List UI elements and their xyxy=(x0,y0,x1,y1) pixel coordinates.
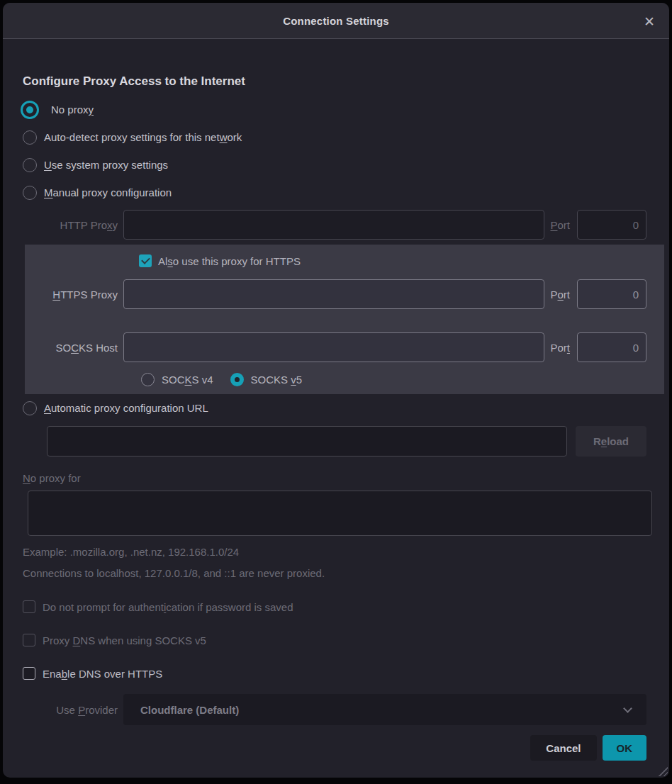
reload-button[interactable]: Reload xyxy=(576,426,646,457)
radio-icon[interactable] xyxy=(23,130,37,145)
resize-grip[interactable] xyxy=(657,766,668,776)
radio-label: Automatic proxy configuration URL xyxy=(44,402,208,414)
auto-url-row: Reload xyxy=(47,426,646,457)
socks-port-input[interactable] xyxy=(577,332,646,362)
cancel-button[interactable]: Cancel xyxy=(530,735,596,761)
radio-option-no-proxy[interactable]: No proxy xyxy=(23,96,669,123)
radio-icon[interactable] xyxy=(23,186,37,200)
no-proxy-note-text: Connections to localhost, 127.0.0.1/8, a… xyxy=(23,567,669,579)
checkbox-row-enable-doh[interactable]: Enable DNS over HTTPS xyxy=(23,663,669,684)
socks-host-row: SOCKS Host Port xyxy=(23,332,646,362)
radio-option-auto-url[interactable]: Automatic proxy configuration URL xyxy=(23,394,669,422)
radio-icon-selected[interactable] xyxy=(21,101,39,119)
socks-port-label: Port xyxy=(550,342,570,354)
radio-option-system-proxy[interactable]: Use system proxy settings xyxy=(23,151,669,179)
radio-label-socks-v5: SOCKS v5 xyxy=(251,374,303,386)
ok-button[interactable]: OK xyxy=(603,735,647,761)
radio-label: No proxy xyxy=(51,103,94,116)
radio-socks-v5-selected[interactable] xyxy=(230,373,244,386)
close-button[interactable]: ✕ xyxy=(639,11,659,31)
no-proxy-example-text: Example: .mozilla.org, .net.nz, 192.168.… xyxy=(23,546,669,558)
https-port-input[interactable] xyxy=(577,279,646,309)
use-provider-label: Use Provider xyxy=(23,704,118,716)
checkbox-row-proxy-dns-socks5[interactable]: Proxy DNS when using SOCKS v5 xyxy=(23,629,669,651)
radio-option-auto-detect[interactable]: Auto-detect proxy settings for this netw… xyxy=(23,123,669,151)
radio-socks-v4[interactable] xyxy=(141,373,155,386)
doh-provider-select[interactable]: Cloudflare (Default) xyxy=(123,694,646,725)
https-proxy-input[interactable] xyxy=(123,279,544,309)
no-proxy-for-label: No proxy for xyxy=(23,472,669,484)
checkbox-unchecked-icon[interactable] xyxy=(23,600,35,613)
dialog-body: Configure Proxy Access to the Internet N… xyxy=(3,39,669,761)
chevron-down-icon xyxy=(623,704,632,713)
doh-provider-row: Use Provider Cloudflare (Default) xyxy=(23,694,646,725)
socks-version-row: SOCKS v4 SOCKS v5 xyxy=(141,371,664,388)
page-title: Configure Proxy Access to the Internet xyxy=(23,74,669,89)
share-proxy-checkbox-row[interactable]: Also use this proxy for HTTPS xyxy=(139,250,664,271)
checkbox-unchecked-icon[interactable] xyxy=(23,634,35,646)
socks-host-label: SOCKS Host xyxy=(23,342,118,354)
http-proxy-row: HTTP Proxy Port xyxy=(23,210,646,240)
checkbox-checked-icon[interactable] xyxy=(139,254,152,267)
radio-icon[interactable] xyxy=(23,401,37,415)
https-proxy-label: HTTPS Proxy xyxy=(23,289,118,301)
checkbox-label: Proxy DNS when using SOCKS v5 xyxy=(43,634,206,646)
dialog-footer: Cancel OK xyxy=(3,735,646,761)
http-proxy-label: HTTP Proxy xyxy=(23,219,118,231)
dialog-title: Connection Settings xyxy=(283,15,389,27)
radio-label: Manual proxy configuration xyxy=(44,186,172,198)
close-icon: ✕ xyxy=(644,13,655,30)
checkbox-row-no-auth-prompt[interactable]: Do not prompt for authentication if pass… xyxy=(23,596,669,617)
selected-provider-value: Cloudflare (Default) xyxy=(140,704,239,716)
no-proxy-for-textarea[interactable] xyxy=(28,491,652,536)
radio-option-manual-proxy[interactable]: Manual proxy configuration xyxy=(23,179,669,206)
https-proxy-row: HTTPS Proxy Port xyxy=(23,279,646,309)
http-proxy-input[interactable] xyxy=(123,210,544,240)
http-port-input[interactable] xyxy=(577,210,646,240)
https-port-label: Port xyxy=(550,289,570,301)
checkbox-label: Also use this proxy for HTTPS xyxy=(158,255,301,267)
title-bar: Connection Settings ✕ xyxy=(3,3,669,39)
checkbox-unchecked-icon[interactable] xyxy=(23,667,35,680)
radio-label-socks-v4: SOCKS v4 xyxy=(162,374,213,386)
http-port-label: Port xyxy=(550,219,570,231)
radio-icon[interactable] xyxy=(23,158,37,172)
https-socks-highlight-section: Also use this proxy for HTTPS HTTPS Prox… xyxy=(25,245,664,394)
connection-settings-dialog: Connection Settings ✕ Configure Proxy Ac… xyxy=(3,3,669,778)
checkbox-label: Do not prompt for authentication if pass… xyxy=(43,601,293,613)
checkbox-label: Enable DNS over HTTPS xyxy=(43,668,162,680)
radio-label: Auto-detect proxy settings for this netw… xyxy=(44,131,242,143)
radio-label: Use system proxy settings xyxy=(44,159,168,171)
auto-url-input[interactable] xyxy=(47,426,567,457)
socks-host-input[interactable] xyxy=(123,332,544,362)
